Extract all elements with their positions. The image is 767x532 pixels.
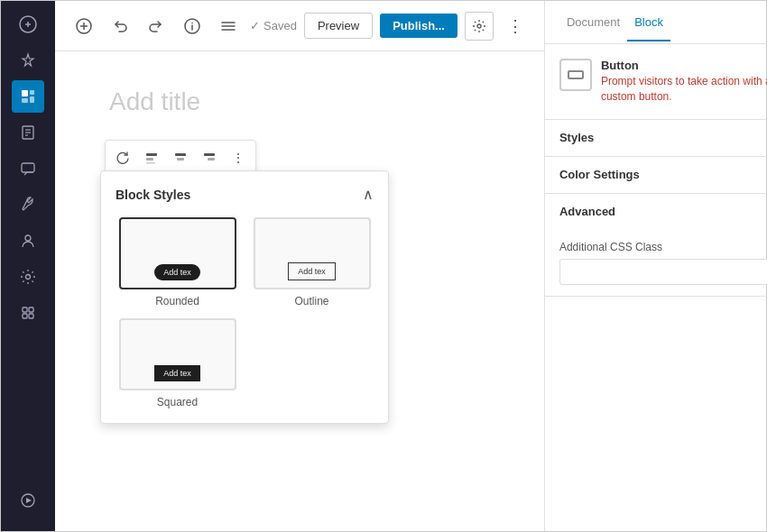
squared-label: Squared	[157, 396, 198, 408]
svg-rect-27	[146, 153, 157, 156]
menu-button[interactable]	[214, 12, 243, 41]
advanced-section-title: Advanced	[559, 205, 615, 218]
outline-btn-preview: Add tex	[288, 262, 336, 280]
popup-title: Block Styles	[116, 188, 190, 202]
color-settings-section-header[interactable]: Color Settings ∨	[545, 157, 767, 193]
saved-status: ✓ Saved	[250, 19, 297, 32]
block-refresh-button[interactable]	[109, 144, 136, 171]
more-options-button[interactable]: ⋮	[501, 12, 530, 41]
publish-button[interactable]: Publish...	[380, 14, 457, 38]
svg-rect-33	[208, 158, 215, 161]
settings-button[interactable]	[465, 12, 494, 41]
css-class-label: Additional CSS Class	[559, 241, 767, 253]
svg-point-11	[26, 275, 31, 280]
block-description: Prompt visitors to take action with a cu…	[601, 74, 767, 105]
block-styles-popup: Block Styles ∧ Add tex Rounded Add tex	[100, 170, 389, 424]
outline-label: Outline	[294, 295, 328, 307]
panel-tabs: Document Block ✕	[545, 1, 767, 44]
style-option-squared: Add tex Squared	[116, 318, 239, 408]
svg-rect-30	[175, 153, 186, 156]
toolbar-left	[69, 12, 243, 41]
undo-button[interactable]	[106, 12, 134, 41]
color-settings-section: Color Settings ∨	[545, 157, 767, 194]
svg-rect-32	[204, 153, 215, 156]
style-option-rounded: Add tex Rounded	[116, 217, 239, 307]
svg-rect-9	[22, 163, 34, 172]
svg-rect-14	[23, 314, 27, 318]
styles-section-title: Styles	[559, 131, 594, 144]
svg-rect-29	[146, 162, 155, 164]
block-details: Button Prompt visitors to take action wi…	[601, 59, 767, 105]
block-icon	[559, 59, 592, 91]
outline-style-preview[interactable]: Add tex	[254, 217, 371, 289]
sidebar-pin-icon[interactable]	[12, 44, 44, 77]
svg-rect-28	[146, 158, 153, 161]
svg-rect-2	[22, 98, 28, 103]
top-toolbar: ✓ Saved Preview Publish... ⋮	[55, 1, 544, 51]
editor-content: Add title	[55, 51, 544, 531]
styles-section: Styles ∨	[545, 120, 767, 157]
sidebar-search-icon[interactable]	[12, 8, 44, 41]
color-settings-section-title: Color Settings	[559, 168, 640, 181]
squared-style-preview[interactable]: Add tex	[119, 318, 236, 390]
tab-document[interactable]: Document	[559, 5, 627, 41]
style-option-outline: Add tex Outline	[250, 217, 374, 307]
page-title-placeholder[interactable]: Add title	[109, 87, 490, 116]
toolbar-right: ✓ Saved Preview Publish... ⋮	[250, 12, 530, 41]
svg-rect-31	[177, 158, 184, 161]
align-left-button[interactable]	[138, 144, 165, 171]
svg-rect-12	[23, 307, 27, 312]
advanced-section-content: Additional CSS Class	[545, 230, 767, 296]
block-info: Button Prompt visitors to take action wi…	[545, 44, 767, 120]
style-options: Add tex Rounded Add tex Outline	[116, 217, 374, 408]
sidebar-tools-icon[interactable]	[12, 188, 44, 221]
rounded-label: Rounded	[155, 295, 199, 307]
rounded-style-preview[interactable]: Add tex	[119, 217, 236, 289]
block-more-button[interactable]: ⋮	[225, 144, 252, 171]
svg-point-22	[191, 22, 193, 23]
info-button[interactable]	[178, 12, 207, 41]
sidebar-play-icon[interactable]	[12, 484, 44, 517]
popup-header: Block Styles ∧	[116, 186, 374, 203]
saved-text: Saved	[263, 19, 297, 32]
left-sidebar	[1, 1, 55, 531]
svg-point-10	[25, 235, 31, 241]
advanced-section: Advanced ∧ Additional CSS Class	[545, 194, 767, 297]
editor-area: ✓ Saved Preview Publish... ⋮ Add title	[55, 1, 544, 531]
add-block-button[interactable]	[69, 12, 98, 41]
sidebar-settings-icon[interactable]	[12, 261, 44, 293]
align-center-button[interactable]	[167, 144, 194, 171]
svg-rect-13	[29, 307, 33, 312]
rounded-btn-preview: Add tex	[154, 264, 200, 280]
preview-button[interactable]: Preview	[304, 13, 373, 39]
svg-rect-1	[22, 90, 28, 96]
sidebar-comments-icon[interactable]	[12, 152, 44, 185]
redo-button[interactable]	[142, 12, 171, 41]
align-right-button[interactable]	[196, 144, 223, 171]
css-class-input[interactable]	[559, 259, 767, 285]
svg-rect-4	[30, 96, 34, 103]
svg-point-26	[477, 24, 481, 28]
check-icon: ✓	[250, 19, 260, 32]
sidebar-pages-icon[interactable]	[12, 116, 44, 149]
styles-section-header[interactable]: Styles ∨	[545, 120, 767, 156]
sidebar-users-icon[interactable]	[12, 225, 44, 257]
squared-btn-preview: Add tex	[154, 365, 200, 381]
svg-rect-15	[29, 314, 33, 318]
popup-collapse-button[interactable]: ∧	[363, 186, 374, 203]
sidebar-blocks-icon[interactable]	[12, 80, 44, 113]
block-name: Button	[601, 59, 767, 72]
advanced-section-header[interactable]: Advanced ∧	[545, 194, 767, 230]
tab-block[interactable]: Block	[627, 5, 670, 41]
block-icon-inner	[568, 70, 584, 79]
right-panel: Document Block ✕ Button Prompt visitors …	[544, 1, 767, 531]
svg-rect-3	[30, 90, 34, 95]
sidebar-plugins-icon[interactable]	[12, 297, 44, 329]
